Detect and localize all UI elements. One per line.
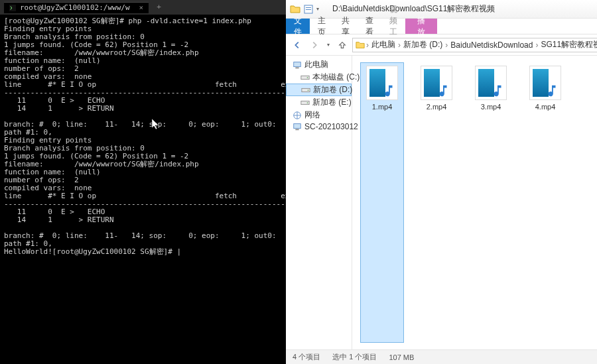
nav-up-button[interactable]	[335, 38, 350, 52]
drive-icon	[301, 86, 310, 95]
folder-icon	[356, 40, 365, 50]
breadcrumb-segment[interactable]: SG11解密教程视频	[539, 39, 597, 50]
terminal-window: root@UgyZwC1000102:/www/w × + [root@UgyZ…	[0, 0, 286, 364]
music-note-icon	[490, 84, 505, 98]
terminal-tab[interactable]: root@UgyZwC1000102:/www/w ×	[4, 2, 149, 13]
terminal-line: 14 1 > RETURN	[4, 105, 282, 113]
tree-item-network[interactable]: 网络	[286, 109, 352, 121]
tree-label: 此电脑	[304, 59, 328, 70]
svg-rect-5	[294, 62, 301, 66]
tree-item-drive-e[interactable]: 新加卷 (E:)	[286, 96, 352, 109]
chevron-right-icon[interactable]: ›	[366, 40, 369, 50]
file-item[interactable]: 4.mp4	[523, 62, 567, 343]
ribbon-tab-play[interactable]: 播放	[405, 19, 437, 34]
video-thumbnail	[421, 66, 452, 100]
svg-rect-14	[294, 124, 301, 129]
tree-label: SC-202103012	[304, 122, 358, 131]
tree-label: 网络	[304, 109, 320, 121]
svg-rect-6	[295, 67, 298, 68]
video-thumbnail	[475, 66, 507, 100]
file-name: 1.mp4	[364, 103, 401, 111]
drive-icon	[300, 73, 310, 82]
svg-point-12	[307, 102, 308, 103]
file-name: 3.mp4	[472, 103, 509, 111]
video-thumbnail	[529, 66, 561, 100]
window-title: D:\BaiduNetdiskDownload\SG11解密教程视频	[332, 3, 495, 15]
file-item[interactable]: 1.mp4	[360, 62, 404, 343]
computer-icon	[293, 122, 302, 131]
status-bar: 4 个项目 选中 1 个项目 107 MB	[286, 349, 597, 364]
terminal-titlebar[interactable]: root@UgyZwC1000102:/www/w × +	[0, 0, 286, 15]
music-note-icon	[436, 84, 450, 98]
svg-rect-4	[306, 9, 311, 10]
status-size: 107 MB	[389, 353, 414, 361]
breadcrumb-segment[interactable]: 新加卷 (D:)	[402, 39, 444, 50]
chevron-right-icon[interactable]: ›	[398, 40, 401, 50]
drive-icon	[300, 98, 310, 107]
explorer-titlebar[interactable]: ▾ D:\BaiduNetdiskDownload\SG11解密教程视频	[286, 0, 597, 19]
svg-rect-3	[306, 7, 311, 8]
status-count: 4 个项目	[293, 352, 320, 362]
qat-dropdown-icon[interactable]: ▾	[316, 6, 319, 12]
computer-icon	[293, 60, 302, 70]
new-tab-button[interactable]: +	[153, 3, 165, 11]
terminal-icon	[9, 5, 16, 11]
terminal-output[interactable]: [root@UgyZwC1000102 SG解密]# php -dvld.act…	[0, 15, 286, 259]
video-thumbnail	[366, 66, 398, 100]
navigation-tree[interactable]: 此电脑 本地磁盘 (C:) 新加卷 (D:) 新加卷 (E:) 网络	[286, 56, 352, 349]
status-selected: 选中 1 个项目	[332, 352, 377, 362]
music-note-icon	[381, 84, 396, 98]
svg-rect-0	[9, 5, 16, 11]
file-name: 4.mp4	[527, 103, 564, 111]
file-name: 2.mp4	[418, 103, 455, 111]
nav-forward-button[interactable]	[307, 38, 322, 52]
close-icon[interactable]: ×	[139, 4, 144, 12]
file-explorer-window: ▾ D:\BaiduNetdiskDownload\SG11解密教程视频 文件 …	[286, 0, 597, 364]
breadcrumb-segment[interactable]: BaiduNetdiskDownload	[449, 40, 534, 50]
svg-point-8	[307, 77, 308, 78]
terminal-line: HelloWorld![root@UgyZwC1000102 SG解密]# |	[4, 248, 282, 256]
ribbon-tab-home[interactable]: 主页	[310, 19, 334, 34]
ribbon-tab-view[interactable]: 查看	[358, 19, 381, 34]
ribbon-tab-file[interactable]: 文件	[286, 19, 310, 34]
file-item[interactable]: 3.mp4	[469, 62, 513, 343]
tree-item-drive-d[interactable]: 新加卷 (D:)	[286, 84, 352, 96]
breadcrumb[interactable]: › 此电脑 › 新加卷 (D:) › BaiduNetdiskDownload …	[352, 38, 597, 52]
nav-back-button[interactable]	[290, 38, 304, 52]
folder-icon	[290, 4, 300, 15]
network-icon	[293, 111, 302, 120]
tree-label: 新加卷 (E:)	[312, 97, 352, 108]
chevron-right-icon[interactable]: ›	[535, 40, 538, 50]
tree-item-remote[interactable]: SC-202103012	[286, 121, 352, 132]
svg-rect-15	[295, 129, 298, 131]
svg-point-10	[308, 90, 309, 91]
ribbon-tabs: 文件 主页 共享 查看 视频工具 播放	[286, 19, 597, 34]
tree-item-this-pc[interactable]: 此电脑	[286, 58, 352, 71]
breadcrumb-segment[interactable]: 此电脑	[370, 39, 397, 50]
properties-icon[interactable]	[303, 4, 314, 15]
file-item[interactable]: 2.mp4	[415, 62, 458, 343]
music-note-icon	[545, 84, 559, 98]
terminal-tab-title: root@UgyZwC1000102:/www/w	[20, 4, 130, 12]
chevron-right-icon[interactable]: ›	[445, 40, 448, 50]
tree-item-drive-c[interactable]: 本地磁盘 (C:)	[286, 71, 352, 84]
nav-history-dropdown[interactable]: ▾	[324, 38, 332, 52]
address-bar: ▾ › 此电脑 › 新加卷 (D:) › BaiduNetdiskDownloa…	[286, 34, 597, 56]
tree-label: 新加卷 (D:)	[313, 84, 352, 95]
terminal-line: 14 1 > RETURN	[4, 216, 282, 224]
ribbon-tab-video-tools: 视频工具	[381, 19, 405, 34]
ribbon-tab-share[interactable]: 共享	[334, 19, 358, 34]
file-list[interactable]: 1.mp42.mp43.mp44.mp4	[352, 56, 597, 349]
